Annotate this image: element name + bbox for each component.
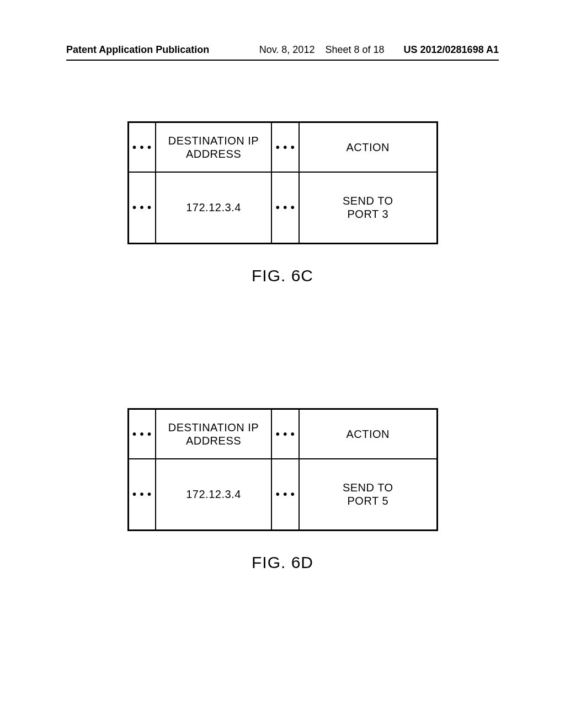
page-header: Patent Application Publication Nov. 8, 2… xyxy=(0,44,565,56)
dest-ip-header: DESTINATION IPADDRESS xyxy=(156,122,271,172)
figure-6c-table: • • • DESTINATION IPADDRESS • • • ACTION… xyxy=(127,121,438,244)
ellipsis-cell: • • • xyxy=(271,459,299,531)
header-publication-type: Patent Application Publication xyxy=(66,44,209,56)
figure-6c-label: FIG. 6C xyxy=(252,266,313,285)
ellipsis-cell: • • • xyxy=(128,459,156,531)
ellipsis-cell: • • • xyxy=(271,409,299,459)
action-value: SEND TOPORT 3 xyxy=(299,172,437,244)
table-row: • • • 172.12.3.4 • • • SEND TOPORT 5 xyxy=(128,459,437,531)
figure-6d-table: • • • DESTINATION IPADDRESS • • • ACTION… xyxy=(127,408,438,531)
figure-6d-label: FIG. 6D xyxy=(252,553,313,572)
figure-6d-block: • • • DESTINATION IPADDRESS • • • ACTION… xyxy=(0,408,565,572)
table-row: • • • DESTINATION IPADDRESS • • • ACTION xyxy=(128,409,437,459)
header-right-block: Nov. 8, 2012 Sheet 8 of 18 US 2012/02816… xyxy=(259,44,499,56)
ellipsis-cell: • • • xyxy=(271,122,299,172)
ellipsis-cell: • • • xyxy=(128,172,156,244)
dest-ip-value: 172.12.3.4 xyxy=(156,459,271,531)
header-date: Nov. 8, 2012 xyxy=(259,44,315,55)
table-row: • • • DESTINATION IPADDRESS • • • ACTION xyxy=(128,122,437,172)
header-sheet: Sheet 8 of 18 xyxy=(325,44,384,55)
ellipsis-cell: • • • xyxy=(128,122,156,172)
action-header: ACTION xyxy=(299,122,437,172)
figure-6c-block: • • • DESTINATION IPADDRESS • • • ACTION… xyxy=(0,121,565,285)
header-pubnum: US 2012/0281698 A1 xyxy=(404,44,499,55)
table-row: • • • 172.12.3.4 • • • SEND TOPORT 3 xyxy=(128,172,437,244)
ellipsis-cell: • • • xyxy=(271,172,299,244)
ellipsis-cell: • • • xyxy=(128,409,156,459)
dest-ip-header: DESTINATION IPADDRESS xyxy=(156,409,271,459)
action-header: ACTION xyxy=(299,409,437,459)
header-divider xyxy=(66,60,499,61)
action-value: SEND TOPORT 5 xyxy=(299,459,437,531)
dest-ip-value: 172.12.3.4 xyxy=(156,172,271,244)
